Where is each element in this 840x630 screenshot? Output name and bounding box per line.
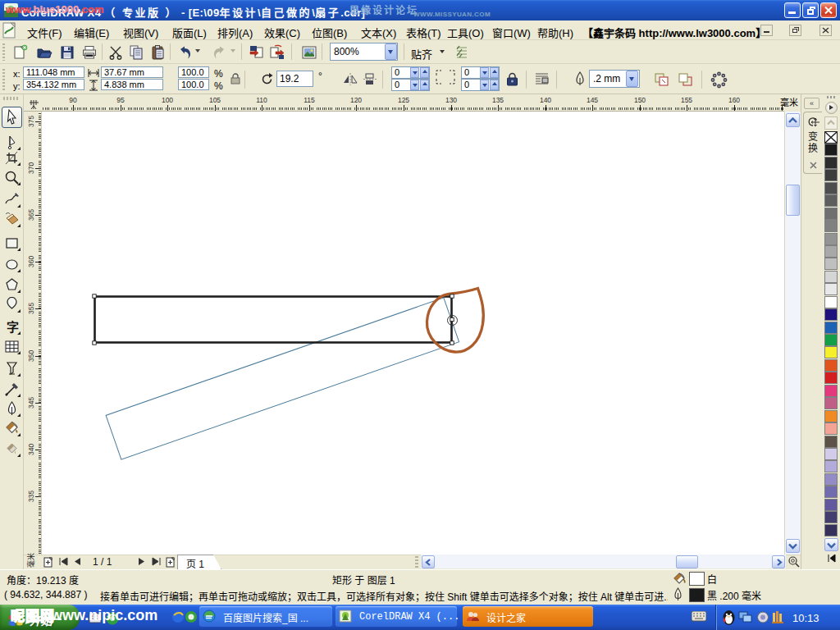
- svg-text:毫米: 毫米: [26, 553, 35, 568]
